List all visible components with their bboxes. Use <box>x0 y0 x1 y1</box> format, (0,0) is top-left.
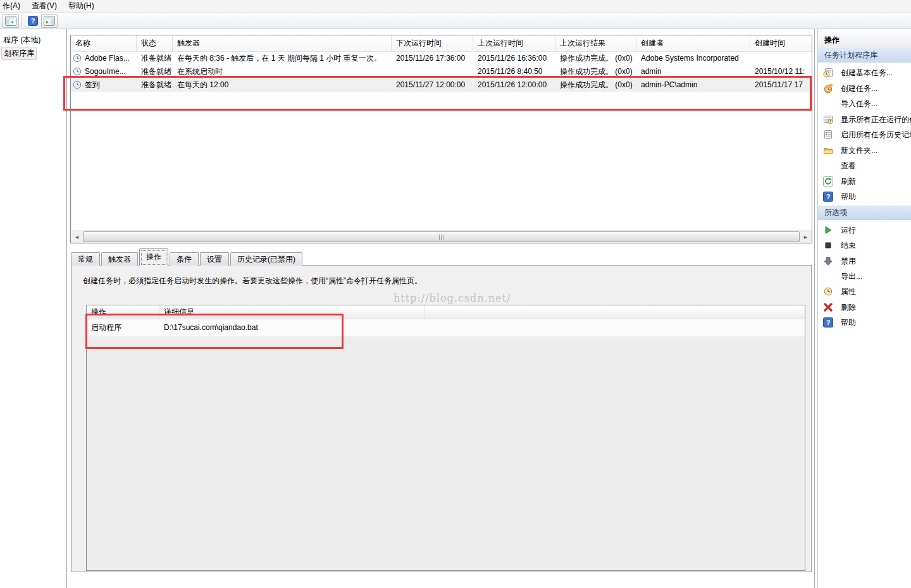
column-header-last-run[interactable]: 上次运行时间 <box>473 35 555 52</box>
actions-tab-panel: 创建任务时，必须指定任务启动时发生的操作。若要更改这些操作，使用“属性”命令打开… <box>71 265 812 572</box>
column-header-author[interactable]: 创建者 <box>636 35 750 52</box>
delete-icon <box>823 302 833 312</box>
actions-panel-title: 操作 <box>818 32 911 48</box>
task-last-result: 操作成功完成。 (0x0) <box>555 52 636 65</box>
actions-table-header: 操作 详细信息 <box>87 305 805 319</box>
column-header-name[interactable]: 名称 <box>71 35 137 52</box>
task-last-result: 操作成功完成。 (0x0) <box>555 65 636 78</box>
scroll-left-button[interactable]: ◄ <box>71 231 82 243</box>
action-export[interactable]: 导出... <box>818 269 911 284</box>
task-status: 准备就绪 <box>137 52 173 65</box>
task-list: 名称 状态 触发器 下次运行时间 上次运行时间 上次运行结果 创建者 创建时间 … <box>70 35 812 243</box>
svg-text:?: ? <box>826 319 831 326</box>
task-status: 准备就绪 <box>137 65 173 78</box>
task-row-selected[interactable]: 签到 准备就绪 在每天的 12:00 2015/11/27 12:00:00 2… <box>71 78 812 92</box>
task-next-run: 2015/11/26 17:36:00 <box>392 52 473 65</box>
help-icon: ? <box>823 192 833 202</box>
task-created: 2015/11/17 17 <box>750 78 812 92</box>
task-row[interactable]: Adobe Flas... 准备就绪 在每天的 8:36 - 触发后，在 1 天… <box>71 52 812 65</box>
scroll-right-button[interactable]: ► <box>800 231 811 243</box>
new-folder-icon <box>823 145 833 156</box>
tree-item-task-scheduler-local[interactable]: 程序 (本地) <box>1 34 42 46</box>
show-action-pane-button[interactable] <box>41 14 58 28</box>
task-clock-icon <box>73 67 82 76</box>
run-icon <box>823 225 833 235</box>
action-create-task[interactable]: 创建任务... <box>818 81 911 96</box>
toolbar-separator <box>22 15 22 27</box>
task-last-result: 操作成功完成。 (0x0) <box>555 78 636 92</box>
task-status: 准备就绪 <box>137 78 173 92</box>
column-header-last-result[interactable]: 上次运行结果 <box>555 35 636 52</box>
action-pane-toggle-icon <box>44 16 55 26</box>
task-name: SogouIme... <box>85 67 126 76</box>
tab-actions[interactable]: 操作 <box>139 248 168 266</box>
create-task-icon <box>823 83 833 94</box>
task-author: admin <box>636 65 750 78</box>
action-disable[interactable]: 禁用 <box>818 254 911 269</box>
horizontal-scrollbar[interactable]: ◄ ► <box>71 230 812 243</box>
action-refresh[interactable]: 刷新 <box>818 174 911 189</box>
tab-general[interactable]: 常规 <box>71 252 100 266</box>
stop-icon <box>823 240 833 250</box>
menu-bar: 作(A) 查看(V) 帮助(H) <box>0 0 911 13</box>
action-display-running-tasks[interactable]: 显示所有正在运行的任务 <box>818 112 911 127</box>
tab-triggers[interactable]: 触发器 <box>101 252 138 266</box>
task-author: Adobe Systems Incorporated <box>636 52 750 65</box>
action-help-library[interactable]: ? 帮助 <box>818 189 911 204</box>
task-trigger: 在系统启动时 <box>173 65 392 78</box>
history-icon <box>823 130 833 140</box>
action-import-task[interactable]: 导入任务... <box>818 96 911 111</box>
column-header-next-run[interactable]: 下次运行时间 <box>392 35 473 52</box>
menu-item-view[interactable]: 查看(V) <box>26 0 63 13</box>
action-row[interactable]: 启动程序 D:\17sucai.com\qiandao.bat <box>87 319 805 336</box>
task-list-header: 名称 状态 触发器 下次运行时间 上次运行时间 上次运行结果 创建者 创建时间 <box>71 35 812 52</box>
action-view[interactable]: 查看 <box>818 158 911 173</box>
help-icon: ? <box>823 317 833 328</box>
menu-item-action[interactable]: 作(A) <box>0 0 26 13</box>
column-header-created[interactable]: 创建时间 <box>750 35 812 52</box>
actions-column-header-details[interactable]: 详细信息 <box>159 305 425 319</box>
actions-description: 创建任务时，必须指定任务启动时发生的操作。若要更改这些操作，使用“属性”命令打开… <box>83 276 422 286</box>
tab-conditions[interactable]: 条件 <box>170 252 199 266</box>
help-button[interactable]: ? <box>25 14 41 28</box>
task-clock-icon <box>73 80 82 89</box>
action-run[interactable]: 运行 <box>818 223 911 238</box>
column-header-triggers[interactable]: 触发器 <box>173 35 392 52</box>
task-row[interactable]: SogouIme... 准备就绪 在系统启动时 2015/11/26 8:40:… <box>71 65 812 78</box>
detail-tabs: 常规 触发器 操作 条件 设置 历史记录(已禁用) <box>71 248 304 266</box>
task-next-run <box>392 65 473 78</box>
action-delete[interactable]: 删除 <box>818 300 911 315</box>
action-new-folder[interactable]: 新文件夹... <box>818 143 911 158</box>
group-header-selected-item: 所选项 <box>818 205 911 220</box>
action-end[interactable]: 结束 <box>818 238 911 253</box>
task-created <box>750 52 812 65</box>
basic-task-icon <box>823 68 833 78</box>
column-header-status[interactable]: 状态 <box>137 35 173 52</box>
action-create-basic-task[interactable]: 创建基本任务... <box>818 65 911 80</box>
panel-divider[interactable] <box>814 29 815 588</box>
running-tasks-icon <box>823 114 833 125</box>
menu-item-help[interactable]: 帮助(H) <box>63 0 100 13</box>
task-name: 签到 <box>85 80 100 89</box>
task-last-run: 2015/11/26 16:36:00 <box>473 52 555 65</box>
tree-item-task-scheduler-library[interactable]: 划程序库 <box>1 47 37 60</box>
tab-settings[interactable]: 设置 <box>200 252 229 266</box>
actions-table: 操作 详细信息 启动程序 D:\17sucai.com\qiandao.bat <box>86 305 805 571</box>
group-header-library: 任务计划程序库 <box>818 48 911 63</box>
action-enable-task-history[interactable]: 启用所有任务历史记录 <box>818 127 911 142</box>
tab-history[interactable]: 历史记录(已禁用) <box>230 252 302 266</box>
scrollbar-thumb[interactable] <box>83 231 800 242</box>
action-properties[interactable]: 属性 <box>818 284 911 299</box>
action-help-selected[interactable]: ? 帮助 <box>818 315 911 330</box>
disable-icon <box>823 256 833 266</box>
watermark-text: http://blog.csdn.net/ <box>394 292 511 304</box>
refresh-icon <box>823 176 833 187</box>
show-console-tree-button[interactable] <box>3 14 19 28</box>
help-icon: ? <box>28 16 38 26</box>
toolbar: ? <box>0 13 911 29</box>
task-last-run: 2015/11/26 12:00:00 <box>473 78 555 92</box>
task-author: admin-PC\admin <box>636 78 750 92</box>
task-name: Adobe Flas... <box>85 54 130 63</box>
actions-panel: 操作 任务计划程序库 创建基本任务... 创建任务... 导 <box>817 29 911 588</box>
actions-column-header-action[interactable]: 操作 <box>87 305 159 319</box>
